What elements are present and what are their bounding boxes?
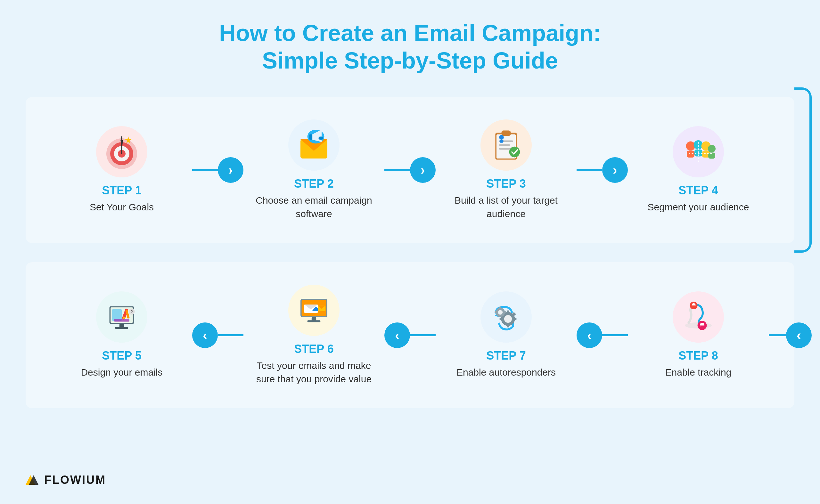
svg-text:?: ?	[131, 310, 133, 314]
svg-rect-18	[499, 148, 511, 150]
svg-rect-66	[115, 327, 128, 329]
step5-label: STEP 5	[102, 349, 141, 362]
step-card-6: STEP 6 Test your emails and make sure th…	[243, 278, 384, 392]
step4-label: STEP 4	[678, 184, 718, 197]
svg-rect-17	[499, 144, 510, 146]
left-arrow-connector: ‹	[769, 322, 812, 348]
svg-rect-53	[504, 311, 506, 313]
step-card-2: STEP 2 Choose an email campaign software	[243, 113, 384, 227]
svg-rect-42	[507, 310, 509, 313]
arrow-1-2: ›	[192, 157, 243, 183]
step7-label: STEP 7	[486, 349, 526, 362]
svg-rect-60	[307, 320, 321, 322]
step2-desc: Choose an email campaign software	[253, 194, 375, 221]
right-connector	[794, 87, 812, 253]
step-card-3: STEP 3 Build a list of your target audie…	[436, 113, 577, 227]
svg-rect-23	[687, 150, 694, 158]
step-card-1: STEP 1 Set Your Goals	[51, 120, 192, 220]
step4-icon	[673, 126, 724, 177]
svg-rect-44	[500, 318, 503, 320]
step3-icon	[481, 119, 532, 171]
step1-label: STEP 1	[102, 184, 141, 197]
svg-rect-10	[309, 134, 312, 140]
svg-rect-43	[507, 324, 509, 328]
step1-icon	[96, 126, 147, 177]
step4-desc: Segment your audience	[648, 200, 749, 214]
steps-container: STEP 1 Set Your Goals ›	[26, 97, 794, 408]
svg-point-28	[708, 145, 716, 152]
step1-desc: Set Your Goals	[90, 200, 154, 214]
step5-desc: Design your emails	[81, 366, 162, 379]
svg-rect-52	[495, 311, 497, 313]
logo-icon	[26, 472, 42, 488]
step8-icon	[673, 291, 724, 343]
step6-label: STEP 6	[294, 342, 333, 356]
arrow-3-4: ›	[577, 157, 628, 183]
step6-desc: Test your emails and make sure that you …	[253, 359, 375, 386]
svg-rect-21	[500, 140, 504, 143]
svg-rect-51	[499, 315, 501, 317]
step-card-5: ? STEP 5 Design your emails	[51, 285, 192, 386]
svg-rect-15	[502, 130, 511, 136]
row-top: STEP 1 Set Your Goals ›	[26, 97, 794, 243]
page-title: How to Create an Email Campaign: Simple …	[219, 19, 601, 75]
arrow-2-3: ›	[384, 157, 436, 183]
arrow-7-6: ‹	[384, 322, 436, 348]
step2-icon	[288, 119, 339, 171]
step3-label: STEP 3	[486, 177, 526, 191]
step7-icon	[481, 291, 532, 343]
svg-point-20	[499, 135, 504, 140]
step-card-4: STEP 4 Segment your audience	[628, 120, 769, 220]
logo: FLOWIUM	[26, 472, 106, 488]
arrow-6-5: ‹	[192, 322, 243, 348]
svg-point-49	[498, 310, 503, 314]
logo-text: FLOWIUM	[44, 473, 106, 487]
step-card-8: STEP 8 Enable tracking	[628, 285, 769, 386]
arrow-8-7: ‹	[577, 322, 628, 348]
step2-label: STEP 2	[294, 177, 333, 191]
step5-icon: ?	[96, 291, 147, 343]
svg-rect-45	[514, 318, 517, 320]
step6-icon	[288, 285, 339, 336]
step-card-7: STEP 7 Enable autoresponders	[436, 285, 577, 386]
svg-rect-50	[499, 306, 501, 309]
svg-point-41	[504, 315, 512, 323]
svg-rect-70	[114, 319, 129, 321]
svg-point-19	[509, 147, 520, 158]
svg-rect-12	[318, 136, 323, 140]
step3-desc: Build a list of your target audience	[445, 194, 567, 221]
step7-desc: Enable autoresponders	[457, 366, 556, 379]
step8-label: STEP 8	[678, 349, 718, 362]
row-bottom: STEP 8 Enable tracking ‹	[26, 262, 794, 408]
step8-desc: Enable tracking	[665, 366, 732, 379]
